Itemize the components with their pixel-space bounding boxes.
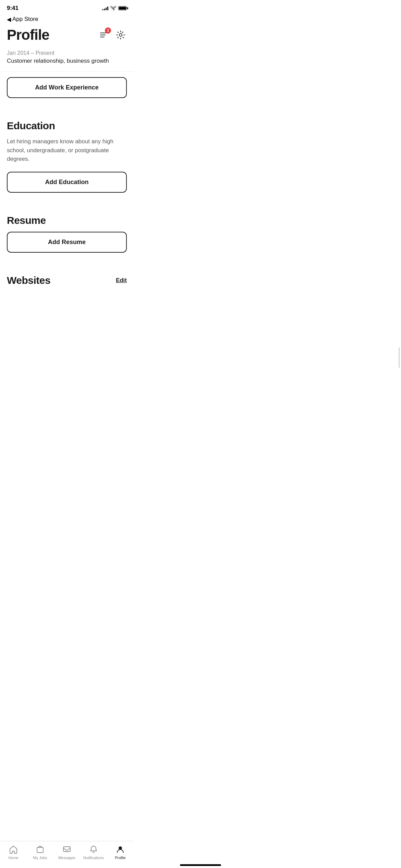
- status-time: 9:41: [7, 5, 19, 12]
- header-actions: 3: [97, 29, 127, 41]
- back-arrow-icon: ◀: [7, 16, 11, 23]
- status-bar: 9:41: [0, 0, 134, 14]
- resume-section: Resume Add Resume: [0, 215, 134, 264]
- add-work-experience-button[interactable]: Add Work Experience: [7, 77, 127, 98]
- page-header: Profile 3: [0, 24, 134, 47]
- education-title: Education: [7, 120, 127, 132]
- add-resume-button[interactable]: Add Resume: [7, 232, 127, 253]
- page-title: Profile: [7, 27, 49, 43]
- notifications-button[interactable]: 3: [97, 29, 110, 41]
- back-label[interactable]: App Store: [12, 16, 38, 23]
- svg-point-3: [119, 34, 122, 36]
- work-description: Customer relationship, business growth: [7, 58, 127, 64]
- signal-icon: [102, 6, 108, 10]
- websites-section-header: Websites Edit: [0, 275, 134, 286]
- education-description: Let hiring managers know about any high …: [7, 137, 127, 164]
- scrolled-content: Jan 2014 – Present Customer relationship…: [0, 47, 134, 72]
- notification-badge: 3: [105, 27, 111, 34]
- wifi-icon: [110, 6, 116, 11]
- date-range: Jan 2014 – Present: [7, 50, 127, 56]
- add-education-button[interactable]: Add Education: [7, 172, 127, 193]
- settings-button[interactable]: [114, 29, 127, 41]
- websites-title: Websites: [7, 275, 50, 286]
- education-section: Education Let hiring managers know about…: [0, 120, 134, 204]
- status-icons: [102, 6, 127, 11]
- battery-icon: [118, 6, 127, 10]
- gear-icon: [116, 30, 126, 40]
- nav-back[interactable]: ◀ App Store: [0, 14, 134, 24]
- websites-edit-button[interactable]: Edit: [116, 277, 127, 284]
- work-experience-section: Add Work Experience: [0, 77, 134, 109]
- resume-title: Resume: [7, 215, 127, 226]
